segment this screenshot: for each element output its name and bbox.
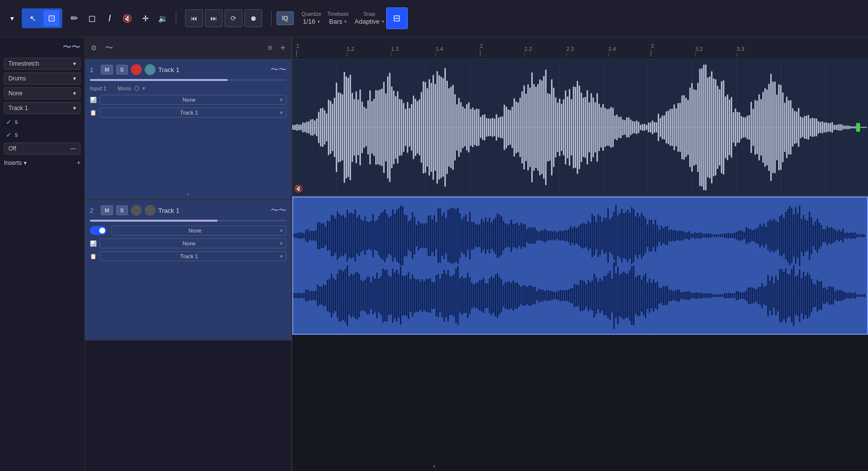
trim-tool-btn[interactable]: I <box>102 10 118 26</box>
track-2-mute-btn[interactable]: M <box>101 205 113 215</box>
track-2-monitor-btn[interactable] <box>145 205 156 216</box>
ruler-line-32 <box>695 53 696 57</box>
track-1-header: 1 M S Track 1 〜〜 <box>85 59 291 200</box>
track-2-volume-row <box>90 219 286 223</box>
track-1-monitor-btn[interactable] <box>145 64 156 75</box>
timestretch-dropdown[interactable]: Timestretch ▾ <box>4 58 80 70</box>
track-1-solo-btn[interactable]: S <box>116 65 127 75</box>
mute-tool-btn[interactable]: 🔇 <box>119 10 135 26</box>
track-1-input-circle <box>134 86 139 91</box>
ruler-label-22: 2.2 <box>524 46 532 52</box>
loop-btn[interactable]: ⟳ <box>225 9 242 27</box>
track-1-solo-label: S <box>120 67 123 73</box>
loop-icon: ⟳ <box>231 14 237 22</box>
track-1-sends-label: None <box>183 97 196 103</box>
drums-dropdown[interactable]: Drums ▾ <box>4 73 80 84</box>
track-2-number: 2 <box>90 207 98 214</box>
select-tool-btn[interactable]: ↖ <box>25 10 40 26</box>
add-btn[interactable]: + <box>278 41 287 55</box>
track-2-sends-label: None <box>183 240 196 246</box>
track-1-mute-btn[interactable]: M <box>101 65 113 75</box>
track-1-waves-icon[interactable]: 〜〜 <box>271 65 286 75</box>
range-tool-btn[interactable]: ⊡ <box>43 10 59 26</box>
track-2-input-dropdown[interactable]: None <box>112 226 286 236</box>
snap-active-icon: ⊟ <box>393 13 400 24</box>
timebase-value-text: Bars <box>329 18 343 25</box>
ruler-tick-1: 1 <box>296 43 299 57</box>
drums-label: Drums <box>8 75 26 82</box>
track-2-fold-btn[interactable]: ▾ <box>433 464 435 469</box>
none-arrow: ▾ <box>73 90 76 97</box>
draw-tool-btn[interactable]: ✏ <box>66 10 82 26</box>
snap-value-display[interactable]: Adaptive ▾ <box>355 18 384 25</box>
menu-btn[interactable]: ≡ <box>266 41 274 54</box>
checkbox-2[interactable]: ✓ s <box>4 130 80 140</box>
transport-group: ⏮ ⏭ ⟳ ⏺ <box>185 9 262 27</box>
timebase-dropdown-arrow: ▾ <box>344 19 347 24</box>
dropdown-arrow-icon: ▾ <box>10 14 14 22</box>
fast-forward-btn[interactable]: ⏭ <box>205 9 223 27</box>
track1-dropdown[interactable]: Track 1 ▾ <box>4 102 80 114</box>
track-2-waveform[interactable]: Track 1 <box>292 196 868 335</box>
off-dropdown[interactable]: Off — <box>4 143 80 155</box>
track1-arrow: ▾ <box>73 105 76 112</box>
track-1-waveform[interactable]: Track 1 🔇 <box>292 59 868 196</box>
move-tool-btn[interactable]: ✛ <box>137 10 153 26</box>
mute-overlay-icon: 🔇 <box>294 185 303 193</box>
quantize-control: Quantize 1/16 ▾ <box>302 11 321 25</box>
track-2-output-dropdown[interactable]: Track 1 <box>100 251 286 261</box>
track-2-sends-dropdown[interactable]: None <box>100 238 286 248</box>
track-2-toggle[interactable] <box>90 226 107 235</box>
toolbar-dropdown-btn[interactable]: ▾ <box>4 10 20 26</box>
rewind-btn[interactable]: ⏮ <box>185 9 203 27</box>
speaker-tool-btn[interactable]: 🔉 <box>155 10 171 26</box>
track-1-output-dropdown[interactable]: Track 1 <box>100 108 286 118</box>
ruler-line-14 <box>435 53 436 57</box>
track-1-name: Track 1 <box>158 66 268 74</box>
ruler-label-33: 3.3 <box>737 46 744 52</box>
track-2-solo-btn[interactable]: S <box>116 205 127 215</box>
track-1-sends-row: 📊 None <box>90 95 286 105</box>
none-dropdown[interactable]: None ▾ <box>4 87 80 99</box>
ruler-line-12 <box>347 53 347 57</box>
add-icon: + <box>280 43 285 53</box>
ruler-tick-24: 2.4 <box>608 46 616 57</box>
menu-icon: ≡ <box>268 43 272 52</box>
track-1-volume-slider[interactable] <box>90 79 286 81</box>
iq-label: IQ <box>282 15 288 22</box>
inserts-add-btn[interactable]: + <box>77 159 80 166</box>
track-1-output-icon: 📋 <box>90 110 97 116</box>
ruler-tick-13: 1.3 <box>391 46 398 57</box>
inserts-header: Inserts ▾ + <box>4 157 80 168</box>
snap-label: Snap <box>363 11 375 17</box>
snap-active-btn[interactable]: ⊟ <box>386 7 408 29</box>
timebase-value-display[interactable]: Bars ▾ <box>329 18 347 25</box>
ruler-tick-32: 3.2 <box>695 46 703 57</box>
ruler-label-24: 2.4 <box>608 46 616 52</box>
waveform-tracks: Track 1 🔇 Track 1 <box>292 59 868 471</box>
main-toolbar: ▾ ↖ ⊡ ✏ ◻ I 🔇 ✛ 🔉 ⏮ ⏭ ⟳ <box>0 0 868 37</box>
track-1-sends-dropdown[interactable]: None <box>100 95 286 105</box>
snap-value-text: Adaptive <box>355 18 380 25</box>
track-1-record-btn[interactable] <box>131 64 142 75</box>
checkbox-1[interactable]: ✓ s <box>4 117 80 127</box>
wrench-btn[interactable]: ⚙ <box>89 42 99 54</box>
track-2-waves-icon[interactable]: 〜〜 <box>271 205 286 216</box>
track-2-name: Track 1 <box>158 207 268 214</box>
track-1-output-row: 📋 Track 1 <box>90 108 286 118</box>
erase-tool-btn[interactable]: ◻ <box>84 10 100 26</box>
track-2-record-btn[interactable] <box>131 205 142 216</box>
check-icon-2: ✓ <box>6 131 12 139</box>
track-2-mute-label: M <box>105 207 109 213</box>
timebase-control: Timebase Bars ▾ <box>327 11 349 25</box>
wave-btn[interactable]: 〜 <box>103 41 115 55</box>
left-panel-header: 〜〜 <box>4 41 80 53</box>
ruler-line-33 <box>737 53 737 57</box>
track-1-fold-btn[interactable]: ▾ <box>187 192 190 197</box>
iq-button[interactable]: IQ <box>276 11 294 25</box>
quantize-value-display[interactable]: 1/16 ▾ <box>303 18 320 25</box>
punch-btn[interactable]: ⏺ <box>244 9 262 27</box>
track-2-volume-slider[interactable] <box>90 220 286 222</box>
track-1-input-arrow[interactable]: ▾ <box>142 85 145 92</box>
timestretch-arrow: ▾ <box>73 60 76 67</box>
